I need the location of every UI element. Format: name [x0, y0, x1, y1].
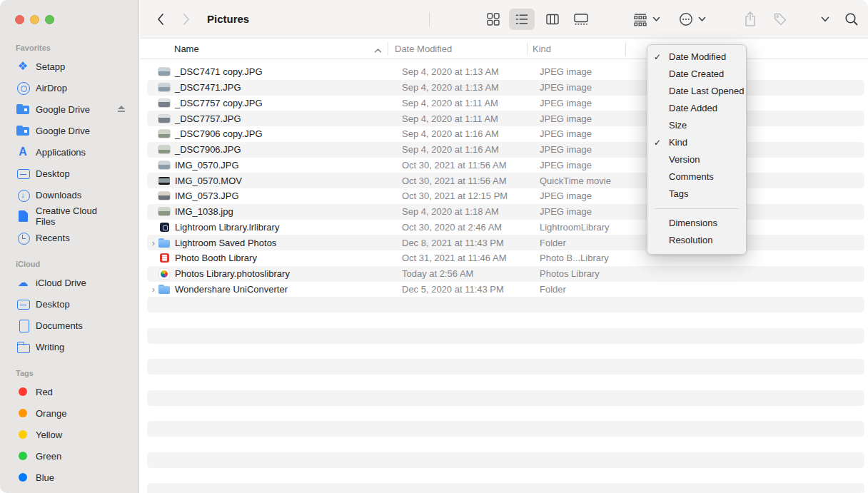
file-row[interactable]: Photos Library.photoslibrary Today at 2:…: [147, 266, 864, 282]
search-button[interactable]: [842, 9, 862, 30]
tag-button[interactable]: [770, 9, 790, 30]
sidebar-tag-item[interactable]: Orange: [0, 402, 138, 424]
eject-icon[interactable]: [117, 170, 126, 177]
column-separator[interactable]: [388, 42, 388, 56]
sidebar-item[interactable]: AirDrop: [0, 77, 138, 98]
sidebar-item-label: Writing: [36, 342, 64, 352]
list-view-button[interactable]: [509, 9, 535, 30]
sidebar-item-label: Green: [36, 451, 61, 462]
file-row[interactable]: Lightroom Library.lrlibrary Oct 30, 2020…: [147, 220, 864, 235]
sidebar-item[interactable]: Desktop: [0, 163, 138, 184]
file-row[interactable]: IMG_1038.jpg Sep 4, 2020 at 1:18 AM JPEG…: [147, 204, 864, 220]
sidebar-item-label: Recents: [36, 233, 70, 243]
file-row[interactable]: › Wondershare UniConverter Dec 5, 2020 a…: [147, 282, 864, 298]
disclosure-chevron-icon[interactable]: ›: [149, 284, 158, 295]
list-view-icon: [515, 12, 529, 26]
file-kind: JPEG image: [540, 206, 592, 217]
icon-view-button[interactable]: [480, 9, 506, 30]
back-chevron-icon: [156, 13, 165, 26]
menu-item[interactable]: Comments: [647, 168, 746, 185]
column-separator[interactable]: [527, 42, 528, 56]
menu-item[interactable]: Date Added: [647, 100, 746, 117]
menu-item[interactable]: ✓ Kind: [647, 134, 746, 151]
column-options-menu: ✓ Date Modified Date Created Date Last O…: [647, 44, 747, 255]
menu-item[interactable]: Tags: [647, 185, 746, 203]
menu-item[interactable]: Dimensions: [647, 215, 746, 232]
file-row[interactable]: IMG_0570.MOV Oct 30, 2021 at 11:56 AM Qu…: [147, 173, 864, 188]
file-icon: [158, 82, 170, 93]
file-date-modified: Sep 4, 2020 at 1:16 AM: [402, 144, 499, 155]
file-row[interactable]: _DSC7906.JPG Sep 4, 2020 at 1:16 AM JPEG…: [147, 142, 864, 158]
toolbar-overflow-button[interactable]: [817, 9, 834, 30]
more-options-button[interactable]: [673, 9, 710, 30]
sidebar-item[interactable]: Writing: [0, 336, 138, 357]
empty-row: [147, 483, 864, 493]
sidebar-tag-item[interactable]: Blue: [0, 467, 138, 488]
file-date-modified: Sep 4, 2020 at 1:13 AM: [402, 66, 499, 77]
gallery-view-icon: [573, 12, 589, 26]
file-date-modified: Sep 4, 2020 at 1:11 AM: [402, 98, 498, 108]
file-row[interactable]: _DSC7757.JPG Sep 4, 2020 at 1:11 AM JPEG…: [147, 111, 864, 126]
file-date-modified: Sep 4, 2020 at 1:11 AM: [402, 113, 498, 124]
menu-item[interactable]: Resolution: [647, 232, 746, 249]
zoom-button[interactable]: [45, 15, 54, 24]
menu-item-label: Version: [669, 154, 700, 165]
file-row[interactable]: IMG_0573.JPG Oct 30, 2021 at 12:15 PM JP…: [147, 188, 864, 204]
menu-item[interactable]: Size: [647, 117, 746, 134]
file-row[interactable]: Photo Booth Library Oct 31, 2021 at 11:4…: [147, 250, 864, 266]
sidebar-item[interactable]: Desktop: [0, 293, 138, 315]
sidebar-item[interactable]: Google Drive: [0, 120, 138, 141]
sidebar-item[interactable]: iCloud Drive: [0, 272, 138, 293]
disclosure-chevron-icon[interactable]: ›: [149, 238, 158, 248]
eject-icon[interactable]: [117, 191, 126, 198]
sidebar-item[interactable]: Downloads: [0, 184, 138, 205]
share-button[interactable]: [740, 9, 760, 30]
group-button[interactable]: [627, 9, 665, 30]
close-button[interactable]: [15, 15, 24, 24]
menu-item[interactable]: ✓ Date Modified: [647, 49, 746, 66]
sidebar-tag-item[interactable]: Green: [0, 445, 138, 467]
sidebar-item[interactable]: Applications: [0, 141, 138, 163]
sidebar-item[interactable]: Setapp: [0, 56, 138, 77]
forward-button[interactable]: [177, 9, 196, 30]
section-label: Tags: [0, 365, 138, 381]
eject-icon[interactable]: [117, 84, 126, 91]
column-separator[interactable]: [625, 42, 626, 56]
menu-item[interactable]: Version: [647, 151, 746, 168]
sidebar-item-icon: [16, 297, 30, 311]
eject-icon[interactable]: [117, 234, 126, 241]
file-row[interactable]: _DSC7757 copy.JPG Sep 4, 2020 at 1:11 AM…: [147, 96, 864, 111]
gallery-view-button[interactable]: [568, 9, 594, 30]
file-name: _DSC7757.JPG: [175, 113, 241, 124]
eject-icon[interactable]: [117, 63, 126, 70]
file-row[interactable]: _DSC7906 copy.JPG Sep 4, 2020 at 1:16 AM…: [147, 126, 864, 142]
file-row[interactable]: _DSC7471.JPG Sep 4, 2020 at 1:13 AM JPEG…: [147, 80, 864, 96]
menu-item-label: Comments: [669, 171, 714, 182]
menu-item[interactable]: Date Last Opened: [647, 83, 746, 100]
file-name: _DSC7757 copy.JPG: [175, 98, 263, 108]
sidebar-item[interactable]: Documents: [0, 315, 138, 336]
eject-icon[interactable]: [117, 127, 126, 134]
sidebar-tag-item[interactable]: Red: [0, 381, 138, 402]
menu-item[interactable]: Date Created: [647, 66, 746, 83]
file-row[interactable]: _DSC7471 copy.JPG Sep 4, 2020 at 1:13 AM…: [147, 64, 864, 80]
eject-icon[interactable]: [117, 213, 126, 220]
column-view-button[interactable]: [540, 9, 565, 30]
eject-icon[interactable]: [117, 148, 126, 156]
file-name: IMG_0570.JPG: [175, 160, 239, 171]
eject-icon[interactable]: [117, 106, 126, 113]
sidebar-tag-item[interactable]: Yellow: [0, 424, 138, 445]
forward-chevron-icon: [182, 13, 191, 26]
minimize-button[interactable]: [30, 15, 39, 24]
file-row[interactable]: IMG_0570.JPG Oct 30, 2021 at 11:56 AM JP…: [147, 158, 864, 173]
column-header-kind[interactable]: Kind: [533, 39, 551, 59]
sidebar-item[interactable]: Recents: [0, 227, 138, 248]
file-row[interactable]: › Lightroom Saved Photos Dec 8, 2021 at …: [147, 235, 864, 250]
column-header-date-modified[interactable]: Date Modified: [395, 39, 452, 59]
sidebar-item[interactable]: Google Drive: [0, 98, 138, 120]
column-header-name[interactable]: Name: [174, 39, 199, 59]
sidebar-item[interactable]: Creative Cloud Files: [0, 205, 138, 227]
sidebar-item-label: AirDrop: [36, 83, 67, 93]
sidebar-section-tags: Tags Red Orange Yellow Gr: [0, 365, 138, 488]
back-button[interactable]: [151, 9, 170, 30]
